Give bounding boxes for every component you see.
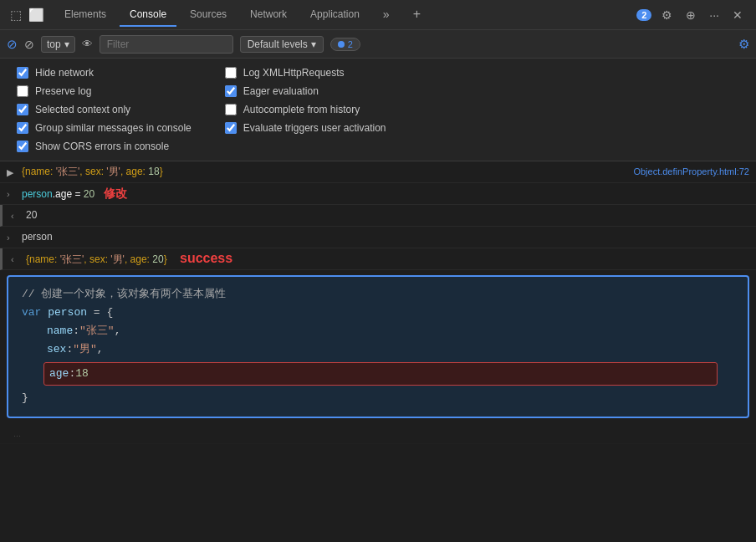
context-selector[interactable]: top ▾ [41, 36, 75, 53]
main-content: Hide network Preserve log Selected conte… [0, 59, 756, 542]
extra-content: ... [13, 425, 21, 442]
group-similar-label: Group similar messages in console [35, 122, 192, 134]
eager-eval-checkbox[interactable] [225, 85, 237, 97]
arrow-left-1: ‹ [11, 207, 21, 224]
inspect-icon[interactable]: ⬚ [10, 8, 22, 23]
tab-bar-right: 2 ⚙ ⊕ ··· ✕ [630, 7, 753, 23]
code-line-2: name:"张三", [22, 322, 734, 340]
context-label: top [47, 38, 61, 50]
code-line-1: var person = { [22, 304, 734, 322]
console-output[interactable]: ▶ {name: '张三', sex: '男', age: 18} Object… [0, 161, 756, 542]
checkbox-eager-eval: Eager evaluation [225, 85, 386, 97]
code-line-3: sex:"男", [22, 340, 734, 359]
device-icon[interactable]: ⬜ [28, 8, 44, 23]
console-content-4: person [22, 228, 749, 245]
autocomplete-checkbox[interactable] [225, 104, 237, 115]
settings-panel: Hide network Preserve log Selected conte… [0, 59, 756, 161]
console-content-5: {name: '张三', sex: '男', age: 20} success [26, 250, 749, 268]
console-line-5: ‹ {name: '张三', sex: '男', age: 20} succes… [0, 248, 756, 270]
arrow-right-2: › [7, 185, 17, 202]
close-icon[interactable]: ✕ [729, 7, 746, 23]
block-icon[interactable]: ⊘ [24, 38, 34, 51]
eager-eval-label: Eager evaluation [243, 85, 319, 97]
evaluate-triggers-label: Evaluate triggers user activation [243, 122, 386, 134]
clear-console-icon[interactable]: ⊘ [7, 37, 18, 52]
console-content-1: {name: '张三', sex: '男', age: 18} [22, 163, 616, 180]
hide-network-checkbox[interactable] [17, 67, 28, 79]
settings-col-1: Hide network Preserve log Selected conte… [17, 67, 192, 152]
tab-bar: ⬚ ⬜ Elements Console Sources Network App… [0, 0, 756, 30]
console-content-3: 20 [26, 207, 749, 223]
level-label: Default levels [248, 38, 308, 50]
arrow-right-3: › [7, 228, 17, 246]
profile-icon[interactable]: ⊕ [682, 7, 699, 23]
log-xhr-checkbox[interactable] [225, 67, 237, 79]
checkbox-group-similar: Group similar messages in console [17, 122, 192, 134]
hide-network-label: Hide network [35, 67, 94, 79]
console-content-2: person.age = 20 修改 [22, 185, 749, 202]
evaluate-triggers-checkbox[interactable] [225, 122, 237, 134]
checkbox-cors-errors: Show CORS errors in console [17, 141, 192, 152]
preserve-log-checkbox[interactable] [17, 85, 28, 97]
notification-badge: 2 [636, 9, 651, 21]
cors-errors-label: Show CORS errors in console [35, 141, 169, 152]
cors-errors-checkbox[interactable] [17, 141, 28, 152]
tab-sources[interactable]: Sources [180, 3, 237, 27]
checkbox-hide-network: Hide network [17, 67, 192, 79]
devtools-icons: ⬚ ⬜ [3, 8, 51, 23]
console-line-2: › person.age = 20 修改 [0, 183, 756, 205]
code-line-4-wrapper: age:18 [22, 360, 734, 387]
tab-bar-left: ⬚ ⬜ Elements Console Sources Network App… [3, 2, 630, 28]
code-line-4: age:18 [43, 362, 718, 386]
message-badge[interactable]: 2 [330, 38, 360, 51]
console-line-3: ‹ 20 [0, 205, 756, 227]
checkbox-preserve-log: Preserve log [17, 85, 192, 97]
source-link-1[interactable]: Object.definProperty.html:72 [616, 163, 749, 180]
console-line-4: › person [0, 227, 756, 248]
checkbox-autocomplete: Autocomplete from history [225, 104, 386, 115]
console-line-extra: ... [0, 423, 756, 444]
autocomplete-label: Autocomplete from history [243, 104, 360, 115]
console-toolbar: ⊘ ⊘ top ▾ 👁 Default levels ▾ 2 ⚙ [0, 30, 756, 59]
code-comment: // 创建一个对象，该对象有两个基本属性 [22, 285, 734, 304]
selected-context-label: Selected context only [35, 104, 130, 115]
filter-input[interactable] [100, 35, 233, 54]
tab-more[interactable]: » [373, 3, 400, 28]
settings-col-2: Log XMLHttpRequests Eager evaluation Aut… [225, 67, 386, 152]
level-selector[interactable]: Default levels ▾ [240, 36, 324, 53]
dropdown-arrow: ▾ [64, 38, 69, 50]
arrow-left-2: ‹ [11, 250, 21, 268]
success-label: success [180, 251, 232, 265]
checkbox-evaluate-triggers: Evaluate triggers user activation [225, 122, 386, 134]
tab-application[interactable]: Application [300, 3, 370, 27]
tab-console[interactable]: Console [120, 3, 176, 27]
more-icon[interactable]: ··· [706, 7, 723, 23]
preserve-log-label: Preserve log [35, 85, 91, 97]
tab-add[interactable]: + [403, 2, 431, 28]
code-line-5: } [22, 389, 734, 407]
eye-icon[interactable]: 👁 [82, 38, 93, 50]
badge-count: 2 [348, 39, 353, 49]
tab-elements[interactable]: Elements [54, 3, 116, 27]
selected-context-checkbox[interactable] [17, 104, 28, 115]
code-popup: // 创建一个对象，该对象有两个基本属性 var person = { name… [7, 275, 749, 418]
settings-icon[interactable]: ⚙ [658, 7, 676, 23]
console-settings-icon[interactable]: ⚙ [738, 37, 749, 52]
badge-dot [338, 41, 345, 48]
group-similar-checkbox[interactable] [17, 122, 28, 134]
level-dropdown-arrow: ▾ [311, 38, 316, 50]
modify-label: 修改 [104, 187, 127, 200]
console-line-1: ▶ {name: '张三', sex: '男', age: 18} Object… [0, 161, 756, 183]
checkbox-log-xhr: Log XMLHttpRequests [225, 67, 386, 79]
checkbox-selected-context: Selected context only [17, 104, 192, 115]
tab-network[interactable]: Network [240, 3, 297, 27]
log-xhr-label: Log XMLHttpRequests [243, 67, 345, 79]
arrow-right-1: ▶ [7, 163, 17, 181]
